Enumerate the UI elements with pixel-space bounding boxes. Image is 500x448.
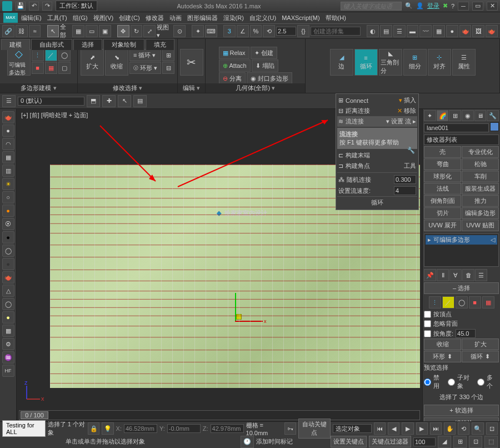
layer-icon[interactable]: ☰	[2, 95, 16, 107]
z-coord-input[interactable]	[211, 424, 244, 433]
menu-item[interactable]: 编辑(E)	[19, 13, 44, 23]
pal-grid1-icon[interactable]: ▦	[2, 151, 14, 163]
selection-set-dropdown[interactable]	[311, 27, 361, 36]
layer-props-icon[interactable]: ▤	[133, 95, 147, 107]
panel-label[interactable]: 多边形建模 ▾	[0, 83, 77, 93]
pal-hf-icon[interactable]: HF	[2, 365, 14, 377]
unlink-icon[interactable]: ⛓	[16, 25, 28, 37]
pal-sun-icon[interactable]: ☀	[2, 178, 14, 190]
x-coord-input[interactable]	[124, 424, 157, 433]
panel-label[interactable]: 修改选择 ▾	[78, 83, 177, 93]
viewport-label[interactable]: [+] [前] [明暗处理 + 边面]	[21, 111, 88, 120]
utilities-tab-icon[interactable]: 🔧	[487, 110, 499, 121]
edit-button[interactable]: ✂	[180, 49, 203, 76]
modify-tab-icon[interactable]: 🌈	[437, 110, 449, 121]
menu-item[interactable]: 动画	[167, 13, 184, 23]
angle-snap-icon[interactable]: ∠	[237, 25, 249, 37]
undo-icon[interactable]: ↶	[29, 2, 39, 11]
close-icon[interactable]: ✕	[487, 2, 498, 11]
so-poly-icon[interactable]: ■	[469, 296, 481, 308]
loop-tool-button[interactable]: ≡循环	[354, 49, 378, 76]
props-button[interactable]: ☰属性	[452, 49, 476, 76]
tab-selection[interactable]: 选择	[73, 39, 102, 50]
modifier-stack[interactable]: ▸可编辑多边形◁	[424, 233, 499, 267]
pal-teapot2-icon[interactable]: 🫖	[2, 271, 14, 283]
mod-normal-button[interactable]: 法线	[424, 183, 461, 195]
select-rect-icon[interactable]: ▭	[86, 25, 98, 37]
unique-icon[interactable]: ∀	[449, 269, 462, 281]
schematic-icon[interactable]: ▦	[433, 25, 445, 37]
mod-spherify-button[interactable]: 球形化	[424, 171, 461, 182]
snap-icon[interactable]: 3	[223, 25, 236, 37]
pin-stack-icon[interactable]: 📌	[424, 269, 436, 281]
pan-icon[interactable]: ✋	[444, 422, 456, 435]
show-result-icon[interactable]: Ⅱ	[437, 269, 449, 281]
by-angle-checkbox[interactable]	[424, 330, 431, 337]
pal-torus-icon[interactable]: ◯	[2, 298, 14, 310]
cap-button[interactable]: ◉封口多边形	[247, 72, 292, 84]
help-icon[interactable]: ?	[451, 3, 454, 9]
object-name-input[interactable]	[424, 123, 489, 132]
setkey-button[interactable]: 设置关键点	[331, 436, 367, 447]
mod-shell-button[interactable]: 壳	[424, 146, 461, 158]
ignore-back-checkbox[interactable]	[424, 320, 431, 327]
by-angle-check[interactable]: 按角度:	[424, 328, 499, 339]
display-tab-icon[interactable]: 🖥	[474, 110, 487, 121]
detach-button[interactable]: ⊖分离	[219, 72, 246, 84]
layer-dropdown[interactable]	[18, 97, 84, 106]
save-icon[interactable]: 💾	[16, 2, 26, 11]
pal-checker-icon[interactable]: ▩	[2, 325, 14, 337]
keyfilter-button[interactable]: 关键点过滤器	[369, 436, 411, 447]
user-icon[interactable]: 👤	[416, 2, 424, 9]
play-icon[interactable]: ▶	[402, 422, 413, 435]
subdiv-button[interactable]: ⊞细分	[403, 49, 427, 76]
connect-row[interactable]: ⊞Connect▾ 插入	[337, 95, 417, 106]
mod-cloth-button[interactable]: 服装生成器	[462, 183, 499, 195]
pal-grid2-icon[interactable]: ▥	[2, 165, 14, 177]
menu-item[interactable]: 组(G)	[71, 13, 90, 23]
percent-snap-icon[interactable]: %	[250, 25, 262, 37]
so-border-icon[interactable]: ◯	[456, 296, 468, 308]
flow-settings[interactable]: ▾ 设置 流 ▸	[386, 117, 416, 126]
editedges-rollout-header[interactable]: – 编辑边	[424, 417, 499, 421]
collapse-button[interactable]: ⬇塌陷	[252, 59, 278, 72]
isolate-icon[interactable]: 💡	[102, 422, 113, 435]
layer-add-icon[interactable]: ✚	[102, 95, 116, 107]
object-color-swatch[interactable]	[490, 122, 499, 131]
by-vertex-check[interactable]: 按顶点	[424, 310, 499, 319]
create-button[interactable]: ✦创建	[251, 47, 277, 59]
manip-icon[interactable]: ✦	[192, 25, 204, 37]
nav2-icon[interactable]: ⬚	[484, 436, 498, 448]
build-end-row[interactable]: ⊏构建末端	[337, 150, 407, 161]
pal-ring-icon[interactable]: ◯	[2, 245, 14, 257]
mod-slice-button[interactable]: 切片	[424, 207, 461, 219]
configure-icon[interactable]: ☰	[475, 269, 487, 281]
select-name-icon[interactable]: ▦	[72, 25, 84, 37]
create-tab-icon[interactable]: ✦	[424, 110, 436, 121]
frame-input[interactable]	[413, 437, 436, 446]
menu-item[interactable]: 图形编辑器	[185, 13, 220, 23]
multi-radio[interactable]	[477, 379, 484, 386]
angle-input[interactable]	[456, 329, 476, 338]
loop-sel-button[interactable]: 循环 ⬍	[462, 351, 499, 362]
tab-freeform[interactable]: 自由形式	[31, 39, 72, 50]
so-edge-icon[interactable]: ／	[442, 296, 454, 308]
prev-frame-icon[interactable]: ◀	[388, 422, 399, 435]
add-time-tag[interactable]: 添加时间标记	[256, 437, 293, 446]
lock-icon[interactable]: 🔒	[88, 422, 99, 435]
exchange-icon[interactable]: ✖	[443, 2, 448, 9]
flow-connect-row[interactable]: ≋流连接▾ 设置 流 ▸	[337, 116, 417, 127]
help-search-input[interactable]	[341, 2, 402, 11]
so-vertex-icon[interactable]: ⋮	[429, 296, 441, 308]
orbit-icon[interactable]: ⟲	[458, 422, 469, 435]
pal-dark-icon[interactable]: ●	[2, 258, 14, 270]
keymode-icon[interactable]: ⌨	[205, 25, 217, 37]
render-icon[interactable]: 🫖	[486, 25, 498, 37]
shrink-button[interactable]: ⬊收缩	[105, 49, 128, 76]
goto-start-icon[interactable]: ⏮	[374, 422, 386, 435]
disable-radio[interactable]	[424, 379, 431, 386]
mod-uvwmap-button[interactable]: UVW 贴图	[462, 220, 499, 231]
menu-item[interactable]: 修改器	[143, 13, 166, 23]
tab-populate[interactable]: 填充	[146, 39, 174, 50]
key-object-dropdown[interactable]	[333, 424, 372, 433]
